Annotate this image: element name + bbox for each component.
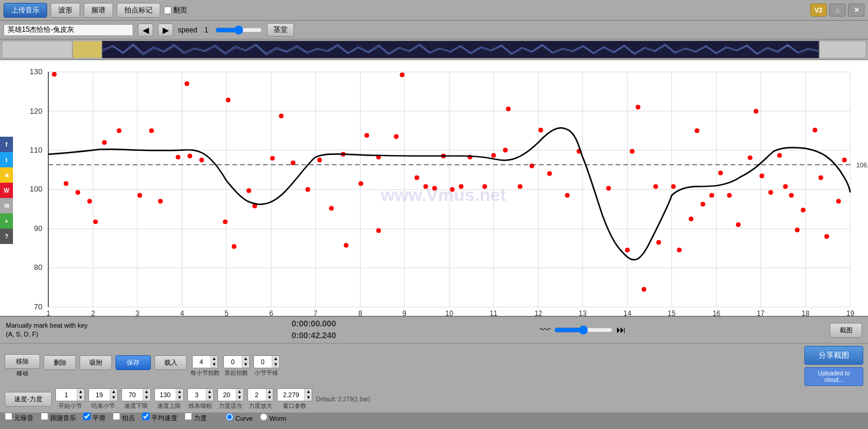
apply-btn[interactable]: 茎堂 bbox=[267, 23, 294, 37]
forcemax-up[interactable]: ▲ bbox=[266, 389, 273, 395]
blevel-down[interactable]: ▼ bbox=[242, 362, 249, 368]
speed-slider[interactable] bbox=[215, 25, 262, 35]
speed-high-value[interactable] bbox=[155, 391, 176, 398]
svg-point-104 bbox=[606, 186, 611, 191]
force-min-input[interactable]: ▲ ▼ bbox=[217, 388, 244, 401]
avg-speed-checkbox[interactable] bbox=[142, 412, 150, 420]
bar-shift-input[interactable]: ▲ ▼ bbox=[253, 355, 280, 368]
svg-text:10: 10 bbox=[445, 309, 454, 316]
beat-level-input[interactable]: ▲ ▼ bbox=[223, 355, 250, 368]
speed-low-input[interactable]: ▲ ▼ bbox=[121, 388, 151, 401]
beats-per-bar-value[interactable] bbox=[193, 358, 210, 365]
delete-btn[interactable]: 删除 bbox=[44, 355, 76, 370]
barshift-down[interactable]: ▼ bbox=[272, 362, 279, 368]
speed-value: 1 bbox=[204, 26, 209, 34]
song-name-input[interactable]: 英雄15杰恰恰-兔皮灰 bbox=[4, 24, 133, 36]
help-btn[interactable]: ? bbox=[0, 229, 13, 244]
no-noise-checkbox[interactable] bbox=[5, 412, 12, 420]
forcemax-down[interactable]: ▼ bbox=[266, 395, 273, 401]
force-checkbox-label: 力度 bbox=[184, 412, 207, 423]
star-btn[interactable]: ★ bbox=[0, 167, 13, 183]
prev-btn[interactable]: ◀ bbox=[138, 24, 153, 37]
worm-radio[interactable] bbox=[260, 413, 268, 421]
start-bar-value[interactable] bbox=[56, 391, 77, 398]
remove-btn[interactable]: 移除 bbox=[5, 354, 40, 369]
chart-svg[interactable]: 130 120 110 100 90 80 70 1 2 3 4 5 6 7 8… bbox=[13, 60, 868, 316]
force-min-value[interactable] bbox=[218, 391, 236, 398]
barshift-up[interactable]: ▲ bbox=[272, 356, 279, 362]
speedhigh-up[interactable]: ▲ bbox=[176, 389, 183, 395]
svg-text:17: 17 bbox=[757, 309, 765, 316]
line-thin-group: ▲ ▼ 线条细粗 bbox=[187, 388, 214, 410]
beat-mark-btn[interactable]: 拍点标记 bbox=[117, 3, 160, 18]
speed-low-value[interactable] bbox=[122, 391, 143, 398]
line-thin-value[interactable] bbox=[188, 391, 206, 398]
accompaniment-checkbox[interactable] bbox=[41, 412, 48, 420]
speed-high-input[interactable]: ▲ ▼ bbox=[154, 388, 184, 401]
forcemin-down[interactable]: ▼ bbox=[236, 395, 243, 401]
close-btn[interactable]: ✕ bbox=[848, 4, 864, 16]
play-btn[interactable]: ▶ bbox=[158, 24, 173, 37]
controls-row-3: 元噪音 跟随音乐 平滑 拍点 平均速度 力度 Curve bbox=[5, 412, 863, 423]
beats-per-bar-input[interactable]: ▲ ▼ bbox=[192, 355, 219, 368]
email-btn[interactable]: ✉ bbox=[0, 198, 13, 213]
window-up[interactable]: ▲ bbox=[305, 389, 312, 395]
home-btn[interactable]: ⌂ bbox=[829, 4, 846, 16]
waveform-btn[interactable]: 波形 bbox=[51, 3, 80, 18]
bar-shift-value[interactable] bbox=[254, 358, 272, 365]
save-btn[interactable]: 保存 bbox=[115, 355, 151, 370]
controls-row-2: 速度-力度 ▲ ▼ 开始小节 ▲ ▼ 结束小节 bbox=[5, 388, 863, 410]
facebook-btn[interactable]: f bbox=[0, 137, 13, 152]
endbar-up[interactable]: ▲ bbox=[110, 389, 117, 395]
force-max-input[interactable]: ▲ ▼ bbox=[247, 388, 274, 401]
force-checkbox[interactable] bbox=[184, 412, 192, 420]
end-bar-input[interactable]: ▲ ▼ bbox=[88, 388, 118, 401]
linethin-up[interactable]: ▲ bbox=[206, 389, 213, 395]
forcemin-up[interactable]: ▲ bbox=[236, 389, 243, 395]
waveform-main[interactable] bbox=[102, 41, 819, 58]
window-input[interactable]: ▲ ▼ bbox=[277, 388, 312, 401]
svg-point-109 bbox=[654, 184, 658, 189]
force-max-value[interactable] bbox=[248, 391, 266, 398]
flip-checkbox[interactable] bbox=[164, 6, 171, 14]
startbar-up[interactable]: ▲ bbox=[77, 389, 84, 395]
spectrum-btn[interactable]: 频谱 bbox=[84, 3, 113, 18]
line-thin-input[interactable]: ▲ ▼ bbox=[187, 388, 214, 401]
speedlow-up[interactable]: ▲ bbox=[143, 389, 150, 395]
absorb-btn[interactable]: 吸附 bbox=[80, 355, 112, 370]
beats-up[interactable]: ▲ bbox=[211, 356, 218, 362]
upload-cloud-btn[interactable]: Uploaded to cloud... bbox=[804, 367, 863, 386]
speedhigh-down[interactable]: ▼ bbox=[176, 395, 183, 401]
startbar-down[interactable]: ▼ bbox=[77, 395, 84, 401]
split-btn[interactable]: 分享截图 bbox=[804, 346, 863, 365]
beats-down[interactable]: ▼ bbox=[211, 362, 218, 368]
cut-btn-status[interactable]: 截图 bbox=[830, 323, 862, 338]
endbar-down[interactable]: ▼ bbox=[110, 395, 117, 401]
beat-level-value[interactable] bbox=[224, 358, 242, 365]
start-bar-label: 开始小节 bbox=[58, 402, 82, 410]
speed-force-btn[interactable]: 速度-力度 bbox=[5, 392, 52, 407]
upload-music-btn[interactable]: 上传音乐 bbox=[4, 3, 47, 18]
load-btn[interactable]: 载入 bbox=[154, 355, 187, 370]
blevel-up[interactable]: ▲ bbox=[242, 356, 249, 362]
window-down[interactable]: ▼ bbox=[305, 395, 312, 401]
window-value[interactable] bbox=[278, 391, 304, 398]
curve-radio[interactable] bbox=[226, 413, 233, 421]
linethin-down[interactable]: ▼ bbox=[206, 395, 213, 401]
svg-text:70: 70 bbox=[34, 302, 42, 311]
beat-point-checkbox[interactable] bbox=[113, 412, 120, 420]
twitter-btn[interactable]: t bbox=[0, 152, 13, 167]
wave-slider[interactable] bbox=[554, 325, 613, 335]
speed-low-group: ▲ ▼ 速度下限 bbox=[121, 388, 151, 410]
plus-btn[interactable]: + bbox=[0, 213, 13, 229]
weibo-btn[interactable]: W bbox=[0, 183, 13, 198]
svg-point-131 bbox=[824, 234, 829, 239]
svg-point-120 bbox=[748, 156, 753, 160]
end-bar-value[interactable] bbox=[89, 391, 110, 398]
smooth-checkbox[interactable] bbox=[83, 412, 91, 420]
svg-point-115 bbox=[701, 202, 705, 206]
speedlow-down[interactable]: ▼ bbox=[143, 395, 150, 401]
start-bar-input[interactable]: ▲ ▼ bbox=[55, 388, 85, 401]
line-thin-label: 线条细粗 bbox=[189, 402, 212, 410]
version-btn[interactable]: V2 bbox=[810, 4, 827, 16]
